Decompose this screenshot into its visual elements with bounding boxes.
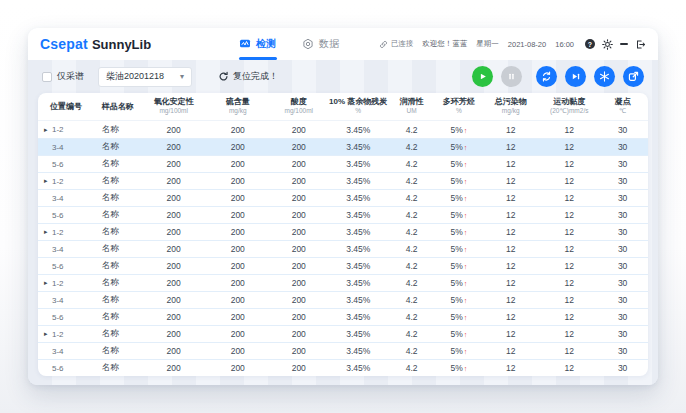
position-value: 3-4 xyxy=(52,245,64,254)
value-cell: 200 xyxy=(206,227,270,237)
up-arrow-alert-icon: ↑ xyxy=(464,127,468,134)
checkbox-icon[interactable] xyxy=(42,72,52,82)
start-button[interactable] xyxy=(472,66,493,87)
value-cell: 12 xyxy=(538,210,600,220)
column-header: 氧化安定性mg/100ml xyxy=(142,97,206,115)
freeze-button[interactable] xyxy=(594,66,615,87)
table-row[interactable]: 5-6 名称 2002002003.45%4.25%↑121230 xyxy=(38,206,648,223)
value-cell: 200 xyxy=(206,125,270,135)
value-cell: 200 xyxy=(142,295,206,305)
value-cell: 200 xyxy=(270,142,328,152)
value-cell: 12 xyxy=(483,227,538,237)
settings-gear-icon[interactable] xyxy=(602,39,613,50)
tab-label: 数据 xyxy=(319,37,339,51)
up-arrow-alert-icon: ↑ xyxy=(464,365,468,372)
expand-arrow-icon[interactable]: ▸ xyxy=(44,279,52,287)
position-value: 5-6 xyxy=(52,262,64,271)
table-row[interactable]: 5-6 名称 2002002003.45%4.25%↑121230 xyxy=(38,257,648,274)
connection-status: 已连接 xyxy=(379,39,414,49)
value-cell: 200 xyxy=(206,312,270,322)
value-cell: 30 xyxy=(600,346,645,356)
sync-button[interactable] xyxy=(536,66,557,87)
value-cell: 5%↑ xyxy=(434,346,483,356)
table-row[interactable]: ▸ 1-2 名称 2002002003.45%4.25%↑121230 xyxy=(38,121,648,138)
tab-data[interactable]: 数据 xyxy=(302,28,339,60)
table-row[interactable]: 5-6 名称 2002002003.45%4.25%↑121230 xyxy=(38,155,648,172)
table-row[interactable]: 3-4 名称 2002002003.45%4.25%↑121230 xyxy=(38,138,648,155)
value-cell: 200 xyxy=(206,295,270,305)
reset-refresh-icon[interactable] xyxy=(218,71,229,82)
sample-select[interactable]: 柴油20201218 ▾ xyxy=(98,67,192,87)
expand-arrow-icon[interactable]: ▸ xyxy=(44,177,52,185)
logout-icon[interactable] xyxy=(635,39,646,50)
value-cell: 30 xyxy=(600,261,645,271)
results-table: 位置编号样品名称氧化安定性mg/100ml硫含量mg/kg酸度mg/100ml1… xyxy=(38,93,648,376)
table-row[interactable]: ▸ 1-2 名称 2002002003.45%4.25%↑121230 xyxy=(38,172,648,189)
position-value: 3-4 xyxy=(52,347,64,356)
help-icon[interactable]: ? xyxy=(585,39,595,49)
up-arrow-alert-icon: ↑ xyxy=(464,263,468,270)
table-row[interactable]: 3-4 名称 2002002003.45%4.25%↑121230 xyxy=(38,189,648,206)
up-arrow-alert-icon: ↑ xyxy=(464,144,468,151)
up-arrow-alert-icon: ↑ xyxy=(464,161,468,168)
tab-detection[interactable]: 检测 xyxy=(239,28,276,60)
value-cell: 200 xyxy=(270,244,328,254)
date-text: 2021-08-20 xyxy=(508,40,546,49)
table-row[interactable]: ▸ 1-2 名称 2002002003.45%4.25%↑121230 xyxy=(38,274,648,291)
value-cell: 200 xyxy=(142,142,206,152)
table-row[interactable]: 3-4 名称 2002002003.45%4.25%↑121230 xyxy=(38,291,648,308)
value-cell: 12 xyxy=(538,329,600,339)
up-arrow-alert-icon: ↑ xyxy=(464,314,468,321)
value-cell: 30 xyxy=(600,193,645,203)
table-row[interactable]: ▸ 1-2 名称 2002002003.45%4.25%↑121230 xyxy=(38,325,648,342)
app-window: Csepat SunnyLib 检测 数据 xyxy=(28,28,658,385)
value-cell: 3.45% xyxy=(328,278,389,288)
table-row[interactable]: 3-4 名称 2002002003.45%4.25%↑121230 xyxy=(38,240,648,257)
value-cell: 12 xyxy=(483,210,538,220)
position-value: 5-6 xyxy=(52,313,64,322)
minimize-icon[interactable] xyxy=(620,43,628,45)
value-cell: 200 xyxy=(142,176,206,186)
capture-only-checkbox[interactable]: 仅采谱 xyxy=(42,70,84,83)
table-row[interactable]: 5-6 名称 2002002003.45%4.25%↑121230 xyxy=(38,308,648,325)
value-cell: 5%↑ xyxy=(434,227,483,237)
value-cell: 200 xyxy=(270,125,328,135)
value-cell: 12 xyxy=(538,193,600,203)
sample-name-cell: 名称 xyxy=(90,209,142,221)
up-arrow-alert-icon: ↑ xyxy=(464,246,468,253)
value-cell: 200 xyxy=(142,210,206,220)
play-next-button[interactable] xyxy=(565,66,586,87)
table-row[interactable]: 3-4 名称 2002002003.45%4.25%↑121230 xyxy=(38,342,648,359)
value-cell: 30 xyxy=(600,227,645,237)
value-cell: 5%↑ xyxy=(434,363,483,373)
value-cell: 200 xyxy=(142,312,206,322)
expand-arrow-icon[interactable]: ▸ xyxy=(44,228,52,236)
value-cell: 12 xyxy=(483,142,538,152)
position-value: 5-6 xyxy=(52,211,64,220)
column-header: 酸度mg/100ml xyxy=(270,97,328,115)
expand-arrow-icon[interactable]: ▸ xyxy=(44,330,52,338)
table-row[interactable]: 5-6 名称 2002002003.45%4.25%↑121230 xyxy=(38,359,648,376)
position-cell: 5-6 xyxy=(38,313,90,322)
expand-arrow-icon[interactable]: ▸ xyxy=(44,126,52,134)
value-cell: 3.45% xyxy=(328,329,389,339)
value-cell: 4.2 xyxy=(389,363,435,373)
pause-button[interactable] xyxy=(501,66,522,87)
value-cell: 200 xyxy=(270,295,328,305)
value-cell: 12 xyxy=(483,261,538,271)
desktop-background: Csepat SunnyLib 检测 数据 xyxy=(0,0,686,413)
value-cell: 200 xyxy=(206,142,270,152)
reset-status-text: 复位完成！ xyxy=(233,70,278,83)
value-cell: 200 xyxy=(142,278,206,288)
table-row[interactable]: ▸ 1-2 名称 2002002003.45%4.25%↑121230 xyxy=(38,223,648,240)
position-cell: ▸ 1-2 xyxy=(38,125,90,134)
export-button[interactable] xyxy=(623,66,644,87)
position-cell: 5-6 xyxy=(38,211,90,220)
value-cell: 4.2 xyxy=(389,142,435,152)
value-cell: 12 xyxy=(538,261,600,271)
sample-name-cell: 名称 xyxy=(90,294,142,306)
up-arrow-alert-icon: ↑ xyxy=(464,178,468,185)
value-cell: 200 xyxy=(206,244,270,254)
sample-name-cell: 名称 xyxy=(90,158,142,170)
checkbox-label: 仅采谱 xyxy=(57,70,84,83)
